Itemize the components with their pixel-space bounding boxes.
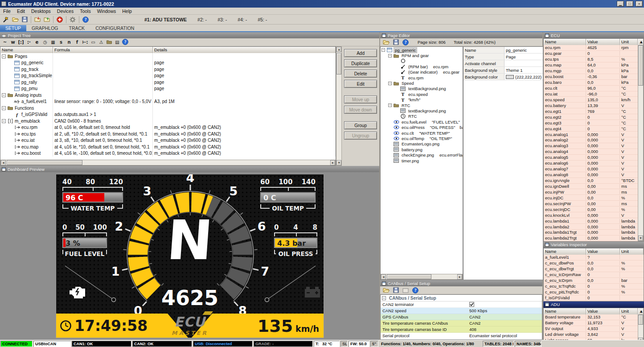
- add-group-icon[interactable]: [106, 39, 112, 45]
- canbus-setting-row[interactable]: Tire temperature cameras base ID 408: [381, 326, 542, 333]
- tree-action-button[interactable]: Move down: [344, 106, 377, 114]
- expander-icon[interactable]: −: [2, 106, 6, 110]
- scroll-thumb[interactable]: [7, 160, 82, 165]
- menu-item[interactable]: Tools: [77, 8, 94, 14]
- scroll-right-icon[interactable]: ►: [457, 274, 462, 280]
- property-row[interactable]: Activate channel: [464, 60, 543, 67]
- page-editor-tree-item[interactable]: −textBackground.png: [381, 86, 463, 91]
- channel-row[interactable]: ecu.analog6 0,000 V: [544, 161, 638, 166]
- page-editor-tree-item[interactable]: −battery.png: [381, 147, 463, 152]
- ecu-vscrollbar[interactable]: ▼: [638, 45, 644, 241]
- channel-row[interactable]: ecu.mgp 0,0 kPa: [544, 68, 638, 74]
- channel-row[interactable]: ecu.tps 8,5 %: [544, 57, 638, 62]
- scroll-down-icon[interactable]: ▼: [638, 235, 643, 241]
- variable-row[interactable]: c_ecu_tcDrpm 0,0 bar: [544, 278, 644, 284]
- channel-row[interactable]: ecu.analog3 0,000 V: [544, 143, 638, 149]
- channel-row[interactable]: ecu.iat -96,0 °C: [544, 91, 638, 97]
- adu-row[interactable]: Board temperature 32,153 °C: [544, 314, 638, 320]
- page-editor-tree-item[interactable]: −: [381, 58, 463, 64]
- expander-icon[interactable]: −: [388, 54, 392, 58]
- channel-row[interactable]: ecu.lambda1Trgt 0,000 lambda: [544, 230, 638, 235]
- expander-icon[interactable]: −: [388, 82, 392, 85]
- channel-row[interactable]: ecu.analog7 0,000 V: [544, 166, 638, 172]
- tree-action-button[interactable]: Group: [344, 121, 377, 129]
- page-editor-tree-item[interactable]: −ecu.oilPress"OIL PRESS"battery: [381, 124, 463, 130]
- column-header-value[interactable]: Value: [586, 308, 620, 314]
- property-row[interactable]: Name pg_generic: [464, 47, 543, 54]
- property-row[interactable]: Background color (222,222,222): [464, 74, 543, 80]
- page-editor-tree-item[interactable]: −Speed: [381, 80, 463, 86]
- settings-gear-icon[interactable]: [69, 16, 77, 24]
- page-editor-tree-item[interactable]: −pg_generic: [381, 47, 463, 53]
- canbus-setting-row[interactable]: Tire temperature cameras CANbus CAN2: [381, 320, 542, 326]
- variable-row[interactable]: c_ecu_tcDrpmRaw 0: [544, 272, 644, 278]
- panel-collapse-icon[interactable]: ◂▸: [2, 33, 6, 38]
- channel-row[interactable]: ecu.rpm 4625 rpm: [544, 45, 638, 51]
- channel-row[interactable]: ecu.injPW 0,00 ms: [544, 189, 638, 195]
- scroll-down-icon[interactable]: ▼: [336, 160, 341, 165]
- channel-row[interactable]: ecu.analog8 0,000 V: [544, 172, 638, 178]
- tree-action-button[interactable]: Move up: [344, 95, 377, 103]
- page-editor-tree-item[interactable]: −RTC: [381, 114, 463, 119]
- column-header-value[interactable]: Value: [586, 39, 620, 45]
- channel-row[interactable]: ecu.boost -0,36 bar: [544, 74, 638, 80]
- page-editor-tree-item[interactable]: −ecu.clt"WATER TEMP": [381, 130, 463, 136]
- channel-row[interactable]: ecu.egt1 769 °C: [544, 108, 638, 114]
- add-alarm-icon[interactable]: ⚠: [98, 39, 104, 45]
- channel-row[interactable]: ecu.speed 135,0 km/h: [544, 97, 638, 103]
- tree-action-button[interactable]: Duplicate: [344, 59, 377, 67]
- ecu.map[interactable]: −ecu.map at 4, u16 le, *10, default set …: [0, 144, 336, 150]
- channel-row[interactable]: ecu.knockLvl 0,000 V: [544, 212, 638, 218]
- adu-row[interactable]: Battery voltage 11,9723 V: [544, 320, 638, 326]
- open-settings-icon[interactable]: [382, 286, 390, 294]
- expander-icon[interactable]: −: [381, 48, 385, 52]
- add-table-icon[interactable]: ▦: [50, 39, 56, 45]
- column-header-formula[interactable]: Formula: [53, 47, 153, 53]
- add-output-icon[interactable]: ⊢:: [82, 39, 88, 45]
- device-slot[interactable]: #4: -: [238, 17, 247, 22]
- help-icon[interactable]: ?: [122, 39, 128, 45]
- expander-icon[interactable]: −: [2, 54, 6, 58]
- add-timer-icon[interactable]: ◷: [42, 39, 48, 45]
- help-icon[interactable]: ?: [411, 286, 419, 294]
- checkbox[interactable]: [469, 302, 474, 307]
- menu-item[interactable]: Devices: [54, 8, 77, 14]
- column-header-unit[interactable]: Unit: [620, 248, 644, 255]
- ecu.tps[interactable]: −ecu.tps at 2, u8, *10 /2, default set 0…: [0, 131, 336, 137]
- scroll-thumb[interactable]: [638, 45, 643, 86]
- save-project-icon[interactable]: [21, 16, 29, 24]
- channel-row[interactable]: ecu.analog2 0,000 V: [544, 137, 638, 143]
- variable-row[interactable]: c_ecu_pitLTrqRdc 0 %: [544, 289, 644, 295]
- channel-row[interactable]: ecu.egt3 0 °C: [544, 120, 638, 126]
- pg_generic[interactable]: −pg_generic page: [0, 60, 336, 66]
- menu-item[interactable]: Desktops: [28, 8, 54, 14]
- property-row[interactable]: Background style Theme 1: [464, 67, 543, 74]
- column-header-name[interactable]: Name: [0, 47, 53, 53]
- scroll-right-icon[interactable]: ►: [330, 160, 335, 165]
- page-editor-tree-item[interactable]: −RPM and gear: [381, 53, 463, 58]
- variable-row[interactable]: c_ecu_tcTrqRdc 0 %: [544, 284, 644, 289]
- pg_rally[interactable]: −pg_rally page: [0, 79, 336, 86]
- add-enumeration-icon[interactable]: e: [34, 39, 40, 45]
- channel-row[interactable]: ecu.gear 0: [544, 51, 638, 57]
- channel-row[interactable]: ecu.battery 13,39 V: [544, 103, 638, 108]
- device-slot[interactable]: #5: -: [258, 17, 267, 22]
- device-slot[interactable]: #2: -: [197, 17, 207, 22]
- maximize-button[interactable]: □: [626, 1, 633, 7]
- ecu.rpm[interactable]: −ecu.rpm at 0, u16 le, default set 0, ti…: [0, 124, 336, 131]
- column-header-details[interactable]: Details: [153, 47, 336, 53]
- add-string-icon[interactable]: s: [58, 39, 64, 45]
- pg_pmu[interactable]: −pg_pmu page: [0, 86, 336, 92]
- add-function-icon[interactable]: f: [74, 39, 80, 45]
- workspace-tab[interactable]: CONFIGURATION: [90, 25, 139, 31]
- pg_trackSimple[interactable]: −pg_trackSimple page: [0, 73, 336, 79]
- add-page-icon[interactable]: ▭: [90, 39, 96, 45]
- scroll-up-icon[interactable]: ▲: [638, 308, 644, 314]
- page-editor-hscrollbar[interactable]: ◄ ►: [381, 274, 463, 280]
- Pages[interactable]: −Pages: [0, 53, 336, 60]
- tree-action-button[interactable]: Edit: [344, 80, 377, 88]
- workspace-tab[interactable]: GRAPHLOG: [26, 25, 64, 31]
- channel-row[interactable]: ecu.secInjPW 0,00 ms: [544, 201, 638, 207]
- Analog inputs[interactable]: −Analog inputs: [0, 92, 336, 99]
- device-slot[interactable]: #1: ADU TESTOWE: [144, 17, 187, 22]
